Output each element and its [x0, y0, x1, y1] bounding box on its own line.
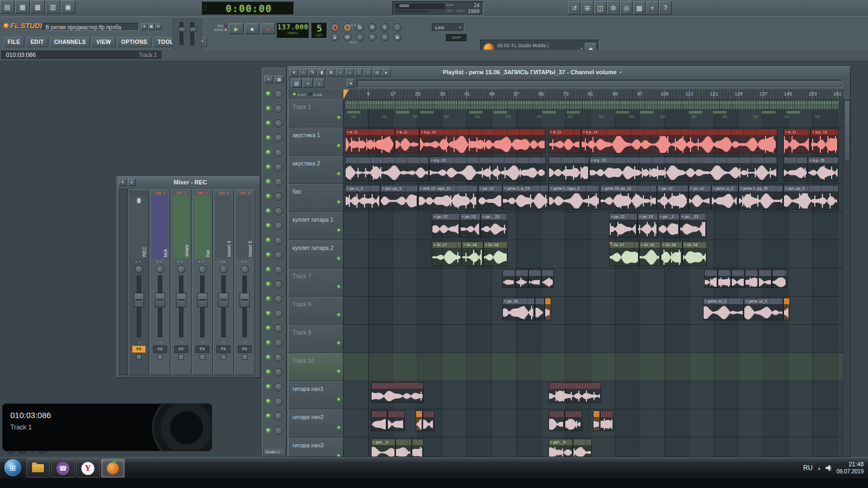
pattern-block[interactable] — [786, 111, 800, 114]
audio-clip[interactable] — [745, 269, 758, 288]
playlist-track-header[interactable]: Track 7 — [288, 268, 343, 297]
track-led[interactable] — [337, 257, 340, 260]
clip-header[interactable]: ►в..11 — [784, 129, 810, 135]
playlist-lane[interactable] — [343, 99, 844, 127]
route-arrows-icon[interactable]: ◂▸ — [171, 259, 191, 265]
channel-knob[interactable] — [275, 119, 283, 127]
tab-notes[interactable]: ♪ — [314, 79, 324, 88]
channel-knob[interactable] — [275, 192, 283, 201]
clip-header[interactable] — [773, 270, 787, 276]
mute-speaker-icon[interactable]: ◁ — [235, 339, 254, 345]
clip-header[interactable] — [529, 270, 541, 276]
channel-knob[interactable] — [275, 163, 283, 171]
clip-header[interactable]: ►ри..10 — [658, 185, 688, 191]
audio-clip[interactable] — [548, 410, 565, 431]
channel-led[interactable] — [266, 326, 270, 330]
audio-clip[interactable] — [573, 439, 592, 457]
audio-clip[interactable]: ►ри..23 — [460, 213, 481, 238]
clip-header[interactable] — [601, 411, 613, 417]
channel-led[interactable] — [266, 209, 270, 213]
mute-icon[interactable]: ○ — [336, 68, 344, 76]
audio-clip[interactable]: ►ри..36 — [502, 298, 535, 320]
pattern-block[interactable] — [542, 111, 556, 114]
tray-clock[interactable]: 21:48 09.07.2019 — [837, 461, 864, 475]
timeline-ruler[interactable]: 9172533414957657381899710511312112913714… — [343, 89, 844, 100]
menu-channels[interactable]: CHANNELS — [50, 37, 91, 47]
zoom-icon[interactable]: ◎ — [620, 1, 633, 15]
mixer-strip-kick[interactable]: INS 1kick◂▸◁FX — [150, 189, 170, 375]
clip-header[interactable] — [718, 270, 731, 276]
channel-led[interactable] — [266, 150, 270, 154]
track-led[interactable] — [337, 201, 340, 203]
audio-clip[interactable] — [600, 410, 614, 431]
loop-record-icon[interactable]: ↻ — [381, 23, 389, 31]
channel-led[interactable] — [266, 92, 270, 95]
playlist-track-header[interactable]: Track 9 — [288, 325, 343, 353]
pattern-block[interactable] — [469, 111, 483, 114]
audio-clip[interactable]: ►Dr..38 — [682, 241, 707, 266]
track-led[interactable] — [337, 285, 340, 288]
blend-notes-icon[interactable]: ~ — [356, 33, 364, 41]
audio-clip[interactable]: ►в р..14 — [581, 129, 777, 153]
audio-clip[interactable]: ►итм 15...ара_11 — [418, 185, 478, 210]
audio-clip[interactable]: ►ри..10 — [657, 185, 688, 210]
slip-icon[interactable]: ↔ — [345, 68, 354, 76]
taskbar-viber[interactable]: ☎ — [51, 459, 75, 478]
fx-slot-button[interactable]: FX — [195, 345, 209, 353]
pattern-block[interactable] — [713, 111, 727, 114]
clip-header[interactable]: ►ритм..Ы_3 — [704, 298, 743, 304]
tab-audio[interactable]: ≈ — [303, 79, 313, 88]
playlist-lane[interactable]: ►ри..36►ритм..Ы_3►ритм..Ы_3 — [343, 297, 844, 325]
playlist-lane[interactable] — [343, 381, 844, 409]
menu-file[interactable]: FILE — [3, 37, 24, 47]
pattern-block[interactable] — [640, 111, 654, 114]
playlist-icon[interactable]: ▤ — [0, 0, 15, 14]
clip-header[interactable] — [549, 157, 589, 163]
audio-clip[interactable]: ►ри..._23 — [481, 213, 508, 238]
brush-icon[interactable]: ▮ — [317, 68, 326, 76]
playlist-track-header[interactable]: акустика 1 — [288, 127, 343, 156]
pan-knob[interactable] — [156, 265, 164, 273]
audio-clip[interactable]: ►в..11 — [548, 129, 581, 153]
playlist-lane[interactable] — [343, 409, 844, 438]
clip-header[interactable]: ►ритм 1..а_25 — [503, 185, 548, 191]
record-icon[interactable]: ● — [331, 23, 339, 31]
clip-header[interactable] — [549, 411, 564, 417]
pattern-block[interactable] — [444, 115, 449, 118]
channel-knob[interactable] — [275, 105, 283, 113]
audio-clip[interactable] — [783, 298, 790, 320]
clip-header[interactable]: ►в р..15 — [430, 157, 545, 163]
clip-header[interactable] — [565, 411, 582, 417]
fx-slot-button[interactable]: FX — [238, 345, 252, 353]
clip-header[interactable]: ►ритм 1..тара_3 — [549, 185, 599, 191]
mixer-strip-rec[interactable]: REC◂▸◁FX — [129, 189, 149, 375]
track-led[interactable] — [337, 342, 340, 344]
audio-clip[interactable] — [515, 269, 528, 288]
overdub-icon[interactable]: + — [368, 33, 376, 41]
metronome-icon[interactable]: ▲ — [331, 33, 339, 41]
stepseq-icon[interactable]: ▦ — [15, 0, 30, 14]
clip-header[interactable]: ►ри..а_3 — [346, 185, 380, 191]
main-volume-slider[interactable] — [180, 22, 183, 45]
pattern-block[interactable] — [598, 115, 604, 118]
mute-speaker-icon[interactable]: ◁ — [150, 339, 170, 345]
audio-clip[interactable]: ►ри..23 — [637, 213, 658, 238]
menu-edit[interactable]: EDIT — [26, 37, 48, 47]
clip-header[interactable] — [745, 270, 758, 276]
channel-led[interactable] — [266, 253, 270, 256]
audio-clip[interactable]: ►Dr..38 — [639, 241, 661, 266]
audio-clip[interactable] — [545, 298, 551, 320]
track-led[interactable] — [337, 426, 340, 429]
clip-header[interactable]: ►ритм 15..ра_11 — [601, 185, 656, 191]
fader-handle[interactable] — [219, 293, 229, 307]
route-arrows-icon[interactable]: ◂▸ — [129, 259, 149, 265]
save-state-icon[interactable] — [242, 354, 247, 359]
clip-header[interactable]: ►ри..23 — [461, 214, 480, 220]
channel-led[interactable] — [266, 121, 270, 125]
pattern-block[interactable] — [691, 115, 697, 118]
audio-clip[interactable]: ►в р..15 — [589, 157, 777, 182]
audio-clip[interactable] — [593, 410, 600, 431]
audio-clip[interactable] — [416, 410, 423, 431]
clip-header[interactable] — [705, 270, 717, 276]
audio-clip[interactable]: ►ри..10 — [688, 185, 711, 210]
